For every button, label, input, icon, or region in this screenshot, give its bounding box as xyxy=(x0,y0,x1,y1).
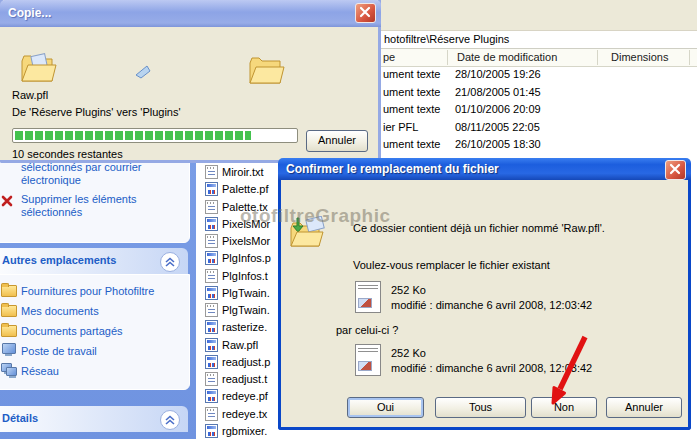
other-places-panel: Fournitures pour Photofiltre Mes documen… xyxy=(0,274,190,390)
pfl-file-icon xyxy=(205,389,218,403)
cancel-button[interactable]: Annuler xyxy=(606,397,682,418)
copy-dialog-body: Raw.pfl De 'Réserve Plugins' vers 'Plugi… xyxy=(0,27,375,160)
text-file-icon xyxy=(205,234,218,248)
replace-prompt: par celui-ci ? xyxy=(336,324,398,336)
copy-filename: Raw.pfl xyxy=(12,89,48,101)
address-bar[interactable]: hotofiltre\Réserve Plugins xyxy=(381,31,697,49)
pfl-file-icon xyxy=(205,320,218,334)
table-row[interactable]: ument texte01/10/2006 20:09 xyxy=(383,101,697,119)
file-modified: modifié : dimanche 6 avril 2008, 12:03:4… xyxy=(391,362,592,374)
file-name-rows: Miroir.txt Palette.pf Palette.tx PixelsM… xyxy=(205,164,281,439)
all-button[interactable]: Tous xyxy=(435,397,526,418)
pfl-file-icon xyxy=(205,338,218,352)
pfl-file-icon xyxy=(205,182,218,196)
sidebar-item-send-mail[interactable]: sélectionnés par courrier électronique xyxy=(0,160,189,188)
file-tasks-panel: sélectionnés par courrier électronique S… xyxy=(0,151,190,243)
confirm-message: Ce dossier contient déjà un fichier nomm… xyxy=(353,222,605,234)
column-header-date[interactable]: Date de modification xyxy=(457,51,557,63)
close-icon[interactable] xyxy=(665,160,686,180)
progress-bar xyxy=(12,128,298,143)
file-modified: modifié : dimanche 6 avril 2008, 12:03:4… xyxy=(391,299,592,311)
column-header-row: pe Date de modification Dimensions xyxy=(381,49,697,67)
replace-folder-icon xyxy=(289,216,327,246)
column-separator[interactable] xyxy=(597,50,598,65)
text-file-icon xyxy=(205,372,218,386)
screen: hotofiltre\Réserve Plugins pe Date de mo… xyxy=(0,0,697,439)
sidebar-item-delete[interactable]: Supprimer les éléments sélectionnés xyxy=(0,192,189,220)
details-header[interactable]: Détails xyxy=(0,406,188,432)
text-file-icon xyxy=(205,269,218,283)
pfl-file-icon xyxy=(205,251,218,265)
flying-paper-icon xyxy=(133,63,150,78)
chevron-up-icon[interactable] xyxy=(160,410,180,430)
shared-folder-icon xyxy=(1,323,16,336)
folder-icon xyxy=(1,303,16,316)
delete-icon xyxy=(1,195,13,210)
copy-progress-dialog: Copie... Raw.pfl xyxy=(0,0,381,163)
confirm-replace-dialog: Confirmer le remplacement du fichier Ce … xyxy=(278,180,691,430)
time-remaining: 10 secondes restantes xyxy=(12,148,123,160)
computer-icon xyxy=(1,343,16,356)
copy-route: De 'Réserve Plugins' vers 'Plugins' xyxy=(12,106,181,118)
file-size: 252 Ko xyxy=(391,347,426,359)
confirm-question: Voulez-vous remplacer le fichier existan… xyxy=(353,259,550,271)
pfl-file-icon xyxy=(205,217,218,231)
close-icon[interactable] xyxy=(355,3,376,23)
yes-button[interactable]: Oui xyxy=(347,397,424,418)
table-row[interactable]: ument texte21/08/2005 01:45 xyxy=(383,84,697,102)
document-icon xyxy=(355,281,381,313)
existing-file-info: 252 Ko modifié : dimanche 6 avril 2008, … xyxy=(353,281,673,317)
source-folder-icon xyxy=(20,53,56,81)
text-file-icon xyxy=(205,165,218,179)
sidebar-item-mes-documents[interactable]: Mes documents xyxy=(0,301,189,321)
destination-folder-icon xyxy=(248,55,284,83)
sidebar-item-poste-de-travail[interactable]: Poste de travail xyxy=(0,341,189,361)
confirm-dialog-titlebar[interactable]: Confirmer le remplacement du fichier xyxy=(278,158,691,180)
chevron-up-icon[interactable] xyxy=(160,252,180,272)
column-separator[interactable] xyxy=(689,50,690,65)
explorer-task-pane: sélectionnés par courrier électronique S… xyxy=(0,155,196,439)
new-file-info: 252 Ko modifié : dimanche 6 avril 2008, … xyxy=(353,344,673,380)
text-file-icon xyxy=(205,407,218,421)
folder-icon xyxy=(1,283,16,296)
cancel-button[interactable]: Annuler xyxy=(306,130,368,152)
no-button[interactable]: Non xyxy=(531,397,597,418)
file-size: 252 Ko xyxy=(391,284,426,296)
pfl-file-icon xyxy=(205,355,218,369)
sidebar-item-fournitures[interactable]: Fournitures pour Photofiltre xyxy=(0,281,189,301)
network-icon xyxy=(1,363,16,376)
sidebar-item-reseau[interactable]: Réseau xyxy=(0,361,189,381)
confirm-dialog-title: Confirmer le remplacement du fichier xyxy=(286,162,499,176)
column-header-type[interactable]: pe xyxy=(383,51,395,63)
sidebar-item-documents-partages[interactable]: Documents partagés xyxy=(0,321,189,341)
progress-fill xyxy=(15,131,251,140)
copy-dialog-titlebar[interactable]: Copie... xyxy=(0,0,381,27)
address-path: hotofiltre\Réserve Plugins xyxy=(384,33,509,45)
column-separator[interactable] xyxy=(447,50,448,65)
table-row[interactable]: ument texte28/10/2005 19:26 xyxy=(383,66,697,84)
table-row[interactable]: ier PFL08/11/2005 22:05 xyxy=(383,119,697,137)
text-file-icon xyxy=(205,200,218,214)
copy-dialog-title: Copie... xyxy=(8,6,51,20)
column-header-dimensions[interactable]: Dimensions xyxy=(611,51,668,63)
other-places-header[interactable]: Autres emplacements xyxy=(0,248,188,274)
pfl-file-icon xyxy=(205,424,218,438)
pfl-file-icon xyxy=(205,286,218,300)
text-file-icon xyxy=(205,303,218,317)
explorer-toolbar xyxy=(381,0,697,31)
document-icon xyxy=(355,344,381,376)
table-row[interactable]: ument texte26/10/2005 18:30 xyxy=(383,136,697,154)
